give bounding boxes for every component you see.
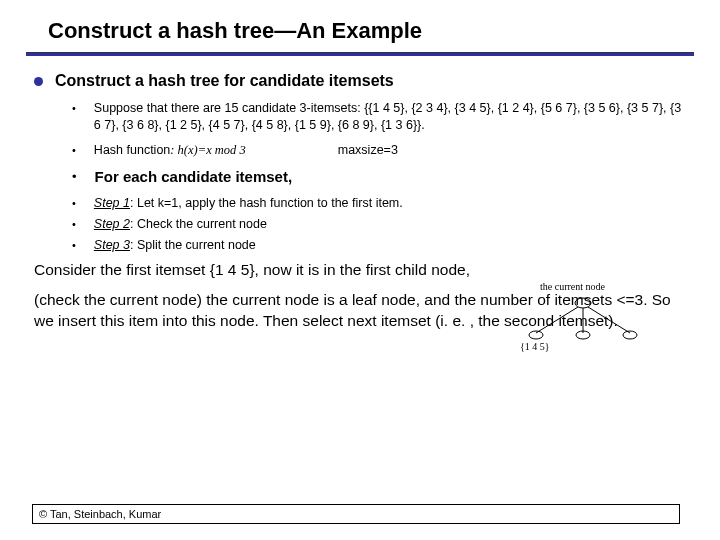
diagram-leaf-label: {1 4 5} (520, 341, 550, 352)
bullet-mark-icon: • (72, 239, 76, 251)
tree-diagram: the current node {1 4 5} (518, 283, 648, 353)
paragraph: Consider the first itemset {1 4 5}, now … (34, 260, 686, 281)
list-item: • For each candidate itemset, (72, 167, 686, 187)
bullet-mark-icon: • (72, 144, 76, 156)
bullet-text: Step 2: Check the current node (94, 216, 267, 233)
colon: : (170, 143, 177, 157)
bullet-list: • Suppose that there are 15 candidate 3-… (72, 100, 686, 254)
step-text: : Let k=1, apply the hash function to th… (130, 196, 403, 210)
list-item: • Hash function: h(x)=x mod 3maxsize=3 (72, 142, 686, 159)
bullet-text: Step 1: Let k=1, apply the hash function… (94, 195, 403, 212)
bullet-mark-icon: • (72, 218, 76, 230)
list-item: • Step 1: Let k=1, apply the hash functi… (72, 195, 686, 212)
step-text: : Check the current node (130, 217, 267, 231)
footer-credit: © Tan, Steinbach, Kumar (32, 504, 680, 524)
bullet-text: Hash function: h(x)=x mod 3maxsize=3 (94, 142, 398, 159)
bullet-text: Step 3: Split the current node (94, 237, 256, 254)
svg-point-0 (575, 298, 591, 308)
bullet-text: Suppose that there are 15 candidate 3-it… (94, 100, 686, 134)
diagram-label-top: the current node (540, 281, 605, 292)
list-item: • Step 3: Split the current node (72, 237, 686, 254)
step-label: Step 3 (94, 238, 130, 252)
hash-label: Hash function (94, 143, 170, 157)
list-item: • Step 2: Check the current node (72, 216, 686, 233)
bullet-mark-icon: • (72, 102, 76, 114)
heading-row: Construct a hash tree for candidate item… (34, 72, 686, 90)
step-text: : Split the current node (130, 238, 256, 252)
tree-svg (518, 283, 648, 349)
svg-line-3 (588, 307, 630, 333)
step-label: Step 1 (94, 196, 130, 210)
bullet-dot-icon (34, 77, 43, 86)
list-item: • Suppose that there are 15 candidate 3-… (72, 100, 686, 134)
svg-line-1 (536, 307, 578, 333)
svg-point-6 (623, 331, 637, 339)
hash-function: h(x)=x mod 3 (178, 142, 246, 159)
bullet-mark-icon: • (72, 197, 76, 209)
content-area: Construct a hash tree for candidate item… (0, 56, 720, 254)
page-title: Construct a hash tree—An Example (0, 0, 720, 52)
svg-point-4 (529, 331, 543, 339)
bullet-mark-icon: • (72, 169, 77, 184)
bullet-text-emph: For each candidate itemset, (95, 167, 293, 187)
maxsize-label: maxsize=3 (338, 142, 398, 159)
step-label: Step 2 (94, 217, 130, 231)
section-heading: Construct a hash tree for candidate item… (55, 72, 394, 90)
